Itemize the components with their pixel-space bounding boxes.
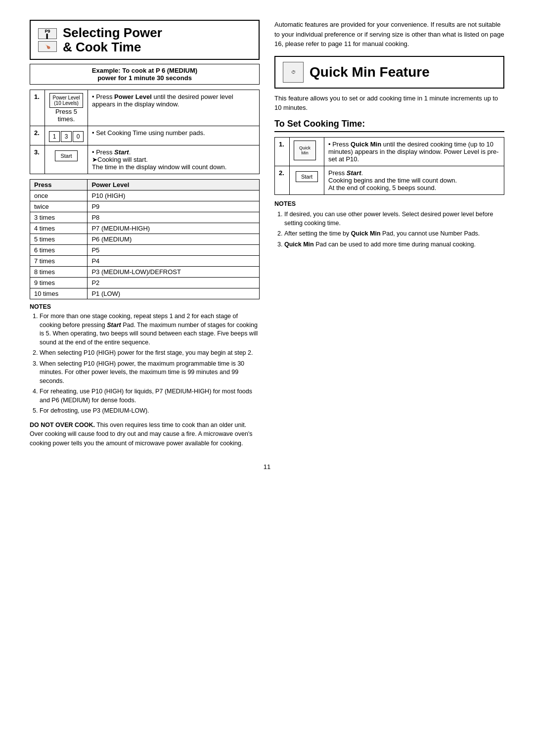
step-3-instruction: • Press Start. ➤Cooking will start. The … <box>88 145 260 174</box>
step-2-row: 2. 1 3 0 • Set Cooking Time using number… <box>30 126 260 145</box>
step-1-num: 1. <box>30 90 45 126</box>
notes-title: NOTES <box>30 303 260 310</box>
right-step-1-num: 1. <box>275 137 290 166</box>
table-row: 5 times P6 (MEDIUM) <box>30 234 260 245</box>
table-row: 6 times P5 <box>30 245 260 256</box>
right-step-1-image: QuickMin <box>290 137 324 166</box>
press-6times: 6 times <box>30 245 88 256</box>
notes-section: NOTES For more than one stage cooking, r… <box>30 303 260 416</box>
right-notes-list: If desired, you can use other power leve… <box>274 210 504 249</box>
note-2: When selecting P10 (HIGH) power for the … <box>40 349 260 358</box>
warning-heading: DO NOT OVER COOK. <box>30 422 95 428</box>
table-row: once P10 (HIGH) <box>30 190 260 201</box>
p1-low: P1 (LOW) <box>88 288 260 299</box>
right-step-1-row: 1. QuickMin • Press Quick Min until the … <box>275 137 504 166</box>
step-2-num: 2. <box>30 126 45 145</box>
steps-table: 1. Power Level(10 Levels) Press 5 times.… <box>30 90 260 174</box>
step-1-image: Power Level(10 Levels) Press 5 times. <box>45 90 88 126</box>
right-step-2-row: 2. Start Press Start. Cooking begins and… <box>275 166 504 194</box>
p5: P5 <box>88 245 260 256</box>
page-number: 11 <box>30 463 504 471</box>
right-step-1-instruction: • Press Quick Min until the desired cook… <box>324 137 504 166</box>
table-row: twice P9 <box>30 201 260 212</box>
selecting-power-title: Selecting Power <box>63 26 162 40</box>
header-icons: P9▐ 🍗 <box>38 28 57 52</box>
power-icon: P9▐ <box>38 28 57 39</box>
power-table-header: Press Power Level <box>30 180 260 190</box>
p7-medium-high: P7 (MEDIUM-HIGH) <box>88 223 260 234</box>
right-notes: NOTES If desired, you can use other powe… <box>274 200 504 249</box>
right-steps-table: 1. QuickMin • Press Quick Min until the … <box>274 137 504 195</box>
table-row: 10 times P1 (LOW) <box>30 288 260 299</box>
right-step-2-num: 2. <box>275 166 290 194</box>
left-column: P9▐ 🍗 Selecting Power & Cook Time Exampl… <box>30 20 260 448</box>
right-note-3: Quick Min Pad can be used to add more ti… <box>284 240 504 249</box>
quickmin-title: Quick Min Feature <box>310 64 430 80</box>
right-note-2: After setting the time by Quick Min Pad,… <box>284 230 504 238</box>
cook-time-title: & Cook Time <box>63 40 162 54</box>
right-step-2-image: Start <box>290 166 324 194</box>
p6-medium: P6 (MEDIUM) <box>88 234 260 245</box>
example-line1: Example: To cook at P 6 (MEDIUM) <box>35 67 254 74</box>
table-row: 9 times P2 <box>30 278 260 288</box>
press-10times: 10 times <box>30 288 88 299</box>
step-2-image: 1 3 0 <box>45 126 88 145</box>
p8: P8 <box>88 212 260 223</box>
warning-text: DO NOT OVER COOK. This oven requires les… <box>30 421 260 448</box>
press-9times: 9 times <box>30 278 88 288</box>
table-row: 4 times P7 (MEDIUM-HIGH) <box>30 223 260 234</box>
p4: P4 <box>88 256 260 267</box>
p3-medium-low: P3 (MEDIUM-LOW)/DEFROST <box>88 267 260 278</box>
selecting-header-text: Selecting Power & Cook Time <box>63 26 162 54</box>
step-3-image: Start <box>45 145 88 174</box>
example-box: Example: To cook at P 6 (MEDIUM) power f… <box>30 64 260 85</box>
press-7times: 7 times <box>30 256 88 267</box>
right-notes-title: NOTES <box>274 200 504 209</box>
power-level-header: Power Level <box>88 180 260 190</box>
press-8times: 8 times <box>30 267 88 278</box>
step-1-row: 1. Power Level(10 Levels) Press 5 times.… <box>30 90 260 126</box>
step-3-num: 3. <box>30 145 45 174</box>
p2: P2 <box>88 278 260 288</box>
note-1: For more than one stage cooking, repeat … <box>40 312 260 347</box>
to-set-title: To Set Cooking Time: <box>274 119 504 132</box>
press-3times: 3 times <box>30 212 88 223</box>
quickmin-header: ⏱ Quick Min Feature <box>274 56 504 89</box>
table-row: 7 times P4 <box>30 256 260 267</box>
example-line2: power for 1 minute 30 seconds <box>35 74 254 82</box>
step-1-sublabel: Press 5 times. <box>55 108 77 123</box>
step-3-row: 3. Start • Press Start. ➤Cooking will st… <box>30 145 260 174</box>
power-level-box: Power Level(10 Levels) <box>49 93 83 108</box>
table-row: 8 times P3 (MEDIUM-LOW)/DEFROST <box>30 267 260 278</box>
num-boxes: 1 3 0 <box>49 131 84 142</box>
note-4: For reheating, use P10 (HIGH) for liquid… <box>40 387 260 405</box>
step-1-instruction: • Press Power Level until the desired po… <box>88 90 260 126</box>
p10-high: P10 (HIGH) <box>88 190 260 201</box>
power-level-table: Press Power Level once P10 (HIGH) twice … <box>30 179 260 299</box>
press-5times: 5 times <box>30 234 88 245</box>
notes-list: For more than one stage cooking, repeat … <box>30 312 260 416</box>
press-header: Press <box>30 180 88 190</box>
p9: P9 <box>88 201 260 212</box>
intro-text: This feature allows you to set or add co… <box>274 94 504 113</box>
right-note-1: If desired, you can use other power leve… <box>284 210 504 228</box>
num-0: 0 <box>73 131 84 142</box>
right-column: Automatic features are provided for your… <box>274 20 504 448</box>
right-start-box: Start <box>296 171 318 182</box>
step-2-instruction: • Set Cooking Time using number pads. <box>88 126 260 145</box>
grill-icon: 🍗 <box>38 41 57 52</box>
press-twice: twice <box>30 201 88 212</box>
num-3: 3 <box>61 131 72 142</box>
auto-features-text: Automatic features are provided for your… <box>274 20 504 49</box>
quick-min-box: QuickMin <box>294 141 316 160</box>
selecting-header: P9▐ 🍗 Selecting Power & Cook Time <box>30 20 260 60</box>
press-4times: 4 times <box>30 223 88 234</box>
num-1: 1 <box>49 131 60 142</box>
start-box: Start <box>55 150 77 161</box>
note-5: For defrosting, use P3 (MEDIUM-LOW). <box>40 407 260 416</box>
right-step-2-instruction: Press Start. Cooking begins and the time… <box>324 166 504 194</box>
page-layout: P9▐ 🍗 Selecting Power & Cook Time Exampl… <box>30 20 504 448</box>
quickmin-icon: ⏱ <box>283 62 304 83</box>
press-once: once <box>30 190 88 201</box>
note-3: When selecting P10 (HIGH) power, the max… <box>40 360 260 386</box>
